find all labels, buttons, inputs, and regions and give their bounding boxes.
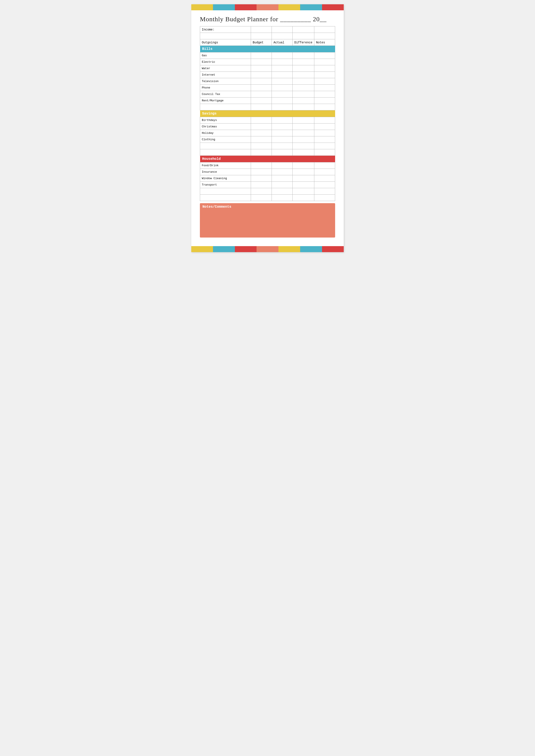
- item-clothing: Clothing: [200, 136, 251, 143]
- item-television: Television: [200, 78, 251, 85]
- page-title: Monthly Budget Planner for _________ 20_…: [200, 15, 335, 23]
- table-row: Phone: [200, 85, 335, 91]
- savings-empty-row-2: [200, 149, 335, 156]
- color-seg-3: [235, 4, 257, 10]
- item-christmas: Christmas: [200, 124, 251, 130]
- savings-empty-row-1: [200, 143, 335, 149]
- item-holiday: Holiday: [200, 130, 251, 136]
- page: Monthly Budget Planner for _________ 20_…: [191, 4, 344, 252]
- item-council-tax: Council Tax: [200, 91, 251, 98]
- top-color-bar: [191, 4, 344, 10]
- notes-body: [200, 211, 335, 236]
- income-diff: [293, 26, 314, 33]
- item-phone: Phone: [200, 85, 251, 91]
- main-content: Income: Outgoings Budget: [191, 26, 344, 242]
- item-window-cleaning: Window Cleaning: [200, 175, 251, 182]
- col-notes: Notes: [314, 39, 335, 46]
- empty-row-1: [200, 33, 335, 39]
- income-label: Income:: [200, 26, 251, 33]
- table-row: Rent/Mortgage: [200, 98, 335, 104]
- bills-category-header: Bills: [200, 46, 335, 52]
- income-row: Income:: [200, 26, 335, 33]
- col-actual: Actual: [272, 39, 293, 46]
- col-budget: Budget: [251, 39, 272, 46]
- bottom-seg-1: [191, 246, 213, 252]
- item-birthdays: Birthdays: [200, 117, 251, 124]
- bottom-seg-3: [235, 246, 257, 252]
- column-header-row: Outgoings Budget Actual Difference Notes: [200, 39, 335, 46]
- item-gas: Gas: [200, 52, 251, 59]
- bills-empty-row: [200, 104, 335, 110]
- table-row: Council Tax: [200, 91, 335, 98]
- title-section: Monthly Budget Planner for _________ 20_…: [191, 10, 344, 26]
- income-actual: [272, 26, 293, 33]
- item-rent-mortgage: Rent/Mortgage: [200, 98, 251, 104]
- table-row: Food/Drink: [200, 162, 335, 169]
- bills-label: Bills: [200, 46, 335, 52]
- household-empty-row-2: [200, 194, 335, 201]
- color-seg-1: [191, 4, 213, 10]
- savings-label: Savings: [200, 110, 335, 117]
- item-water: Water: [200, 65, 251, 72]
- color-seg-7: [322, 4, 344, 10]
- household-label: Household: [200, 156, 335, 162]
- table-row: Holiday: [200, 130, 335, 136]
- color-seg-5: [278, 4, 300, 10]
- item-electric: Electric: [200, 59, 251, 65]
- table-row: Internet: [200, 72, 335, 78]
- item-internet: Internet: [200, 72, 251, 78]
- bottom-seg-5: [278, 246, 300, 252]
- color-seg-4: [257, 4, 278, 10]
- col-difference: Difference: [293, 39, 314, 46]
- bottom-seg-7: [322, 246, 344, 252]
- item-insurance: Insurance: [200, 169, 251, 175]
- item-transport: Transport: [200, 182, 251, 188]
- table-row: Television: [200, 78, 335, 85]
- notes-section: Notes/Comments: [200, 203, 335, 238]
- notes-header: Notes/Comments: [200, 203, 335, 211]
- budget-table: Income: Outgoings Budget: [200, 26, 335, 201]
- bottom-seg-6: [300, 246, 322, 252]
- table-row: Transport: [200, 182, 335, 188]
- table-row: Electric: [200, 59, 335, 65]
- household-category-header: Household: [200, 156, 335, 162]
- bottom-seg-4: [257, 246, 278, 252]
- table-row: Gas: [200, 52, 335, 59]
- color-seg-6: [300, 4, 322, 10]
- item-food-drink: Food/Drink: [200, 162, 251, 169]
- table-row: Water: [200, 65, 335, 72]
- savings-category-header: Savings: [200, 110, 335, 117]
- color-seg-2: [213, 4, 235, 10]
- table-row: Christmas: [200, 124, 335, 130]
- table-row: Insurance: [200, 169, 335, 175]
- income-notes: [314, 26, 335, 33]
- bottom-seg-2: [213, 246, 235, 252]
- income-budget: [251, 26, 272, 33]
- table-row: Birthdays: [200, 117, 335, 124]
- bottom-color-bar: [191, 246, 344, 252]
- table-row: Window Cleaning: [200, 175, 335, 182]
- col-outgoings: Outgoings: [200, 39, 251, 46]
- table-row: Clothing: [200, 136, 335, 143]
- household-empty-row-1: [200, 188, 335, 194]
